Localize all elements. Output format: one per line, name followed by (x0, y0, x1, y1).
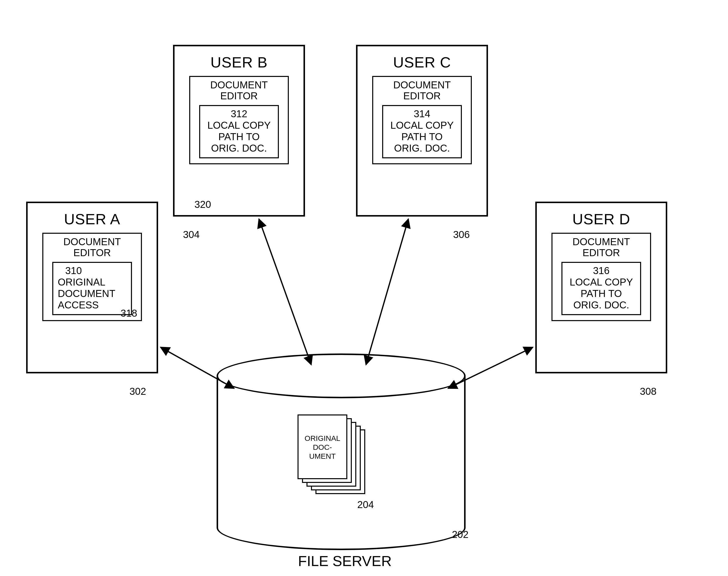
user-a-editor: DOCUMENT EDITOR 310 ORIGINAL DOCUMENT AC… (42, 233, 142, 321)
user-a-editor-title: DOCUMENT EDITOR (43, 236, 141, 258)
cylinder-top (217, 353, 466, 398)
user-d-editor-title: DOCUMENT EDITOR (553, 236, 650, 258)
arrow-user-b (259, 219, 311, 365)
user-c-inner: 314 LOCAL COPY PATH TO ORIG. DOC. (382, 105, 462, 158)
original-doc-label: ORIGINAL DOC- UMENT (305, 434, 340, 461)
user-a-inner: 310 ORIGINAL DOCUMENT ACCESS (52, 262, 132, 315)
user-b-editor-title: DOCUMENT EDITOR (190, 79, 288, 101)
user-b-box: USER B DOCUMENT EDITOR 312 LOCAL COPY PA… (173, 45, 305, 217)
user-c-editor-title: DOCUMENT EDITOR (373, 79, 471, 101)
user-d-inner-ref: 316 (563, 265, 639, 276)
document-stack: ORIGINAL DOC- UMENT (298, 414, 365, 494)
user-d-editor: DOCUMENT EDITOR 316 LOCAL COPY PATH TO O… (552, 233, 651, 321)
user-d-inner-text: LOCAL COPY PATH TO ORIG. DOC. (563, 276, 639, 311)
user-c-box: USER C DOCUMENT EDITOR 314 LOCAL COPY PA… (356, 45, 488, 217)
arrow-user-c (366, 219, 408, 365)
user-d-title: USER D (537, 210, 666, 228)
user-a-inner-ref: 310 (58, 265, 130, 276)
user-c-inner-ref: 314 (384, 108, 460, 119)
user-b-box-ref: 304 (183, 229, 200, 240)
user-c-box-ref: 306 (453, 229, 470, 240)
diagram-canvas: USER B DOCUMENT EDITOR 312 LOCAL COPY PA… (0, 0, 728, 576)
user-c-title: USER C (358, 54, 486, 71)
user-b-editor-ref: 320 (194, 199, 211, 210)
user-d-inner: 316 LOCAL COPY PATH TO ORIG. DOC. (561, 262, 641, 315)
user-a-box-ref: 302 (130, 386, 146, 397)
user-b-title: USER B (174, 54, 304, 71)
user-d-box: USER D DOCUMENT EDITOR 316 LOCAL COPY PA… (535, 202, 667, 373)
user-d-box-ref: 308 (640, 386, 656, 397)
user-a-inner-text: ORIGINAL DOCUMENT ACCESS (58, 276, 130, 311)
user-a-box: USER A DOCUMENT EDITOR 310 ORIGINAL DOCU… (26, 202, 158, 373)
user-b-inner-text: LOCAL COPY PATH TO ORIG. DOC. (201, 119, 277, 154)
server-ref: 202 (452, 529, 469, 540)
user-a-title: USER A (28, 210, 157, 228)
user-b-inner-ref: 312 (201, 108, 277, 119)
user-c-inner-text: LOCAL COPY PATH TO ORIG. DOC. (384, 119, 460, 154)
user-b-inner: 312 LOCAL COPY PATH TO ORIG. DOC. (199, 105, 279, 158)
user-b-editor: DOCUMENT EDITOR 312 LOCAL COPY PATH TO O… (189, 76, 289, 164)
user-c-editor: DOCUMENT EDITOR 314 LOCAL COPY PATH TO O… (372, 76, 472, 164)
server-label: FILE SERVER (292, 553, 397, 569)
user-a-editor-ref: 318 (120, 308, 137, 319)
doc-ref: 204 (357, 499, 374, 510)
original-document: ORIGINAL DOC- UMENT (298, 414, 347, 479)
